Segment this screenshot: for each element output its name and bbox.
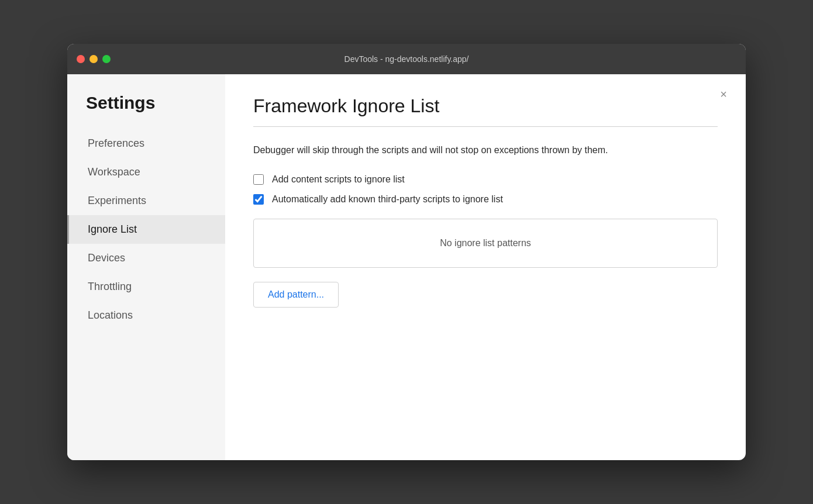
sidebar-item-label-throttling: Throttling: [88, 281, 132, 292]
app-window: DevTools - ng-devtools.netlify.app/ Sett…: [67, 44, 746, 460]
maximize-traffic-light[interactable]: [102, 55, 111, 63]
checkbox-row-content-scripts: Add content scripts to ignore list: [253, 174, 718, 185]
content-scripts-label[interactable]: Add content scripts to ignore list: [272, 174, 405, 185]
traffic-lights: [77, 55, 111, 63]
sidebar-item-experiments[interactable]: Experiments: [67, 187, 225, 215]
content-area: Settings Preferences Workspace Experimen…: [67, 74, 746, 460]
sidebar-item-label-preferences: Preferences: [88, 137, 144, 149]
sidebar-item-label-experiments: Experiments: [88, 195, 146, 206]
minimize-traffic-light[interactable]: [89, 55, 98, 63]
sidebar-item-workspace[interactable]: Workspace: [67, 158, 225, 187]
section-title: Framework Ignore List: [253, 95, 718, 117]
main-content: × Framework Ignore List Debugger will sk…: [225, 74, 746, 460]
sidebar-item-locations[interactable]: Locations: [67, 301, 225, 330]
sidebar: Settings Preferences Workspace Experimen…: [67, 74, 225, 460]
sidebar-item-label-ignore-list: Ignore List: [88, 223, 137, 235]
close-traffic-light[interactable]: [77, 55, 85, 63]
third-party-checkbox[interactable]: [253, 194, 264, 205]
sidebar-item-ignore-list[interactable]: Ignore List: [67, 215, 225, 244]
sidebar-item-devices[interactable]: Devices: [67, 244, 225, 272]
titlebar: DevTools - ng-devtools.netlify.app/: [67, 44, 746, 74]
sidebar-item-label-workspace: Workspace: [88, 166, 140, 178]
section-divider: [253, 126, 718, 127]
sidebar-item-label-devices: Devices: [88, 252, 125, 264]
add-pattern-button[interactable]: Add pattern...: [253, 282, 339, 308]
content-scripts-checkbox[interactable]: [253, 174, 264, 185]
sidebar-item-label-locations: Locations: [88, 309, 133, 321]
sidebar-heading: Settings: [67, 93, 225, 129]
ignore-list-placeholder: No ignore list patterns: [440, 238, 531, 248]
third-party-label[interactable]: Automatically add known third-party scri…: [272, 194, 503, 205]
section-description: Debugger will skip through the scripts a…: [253, 143, 674, 158]
titlebar-title: DevTools - ng-devtools.netlify.app/: [345, 54, 469, 64]
sidebar-item-throttling[interactable]: Throttling: [67, 272, 225, 301]
sidebar-item-preferences[interactable]: Preferences: [67, 129, 225, 158]
checkbox-row-third-party: Automatically add known third-party scri…: [253, 194, 718, 205]
close-button[interactable]: ×: [715, 86, 732, 102]
ignore-list-box: No ignore list patterns: [253, 219, 718, 268]
